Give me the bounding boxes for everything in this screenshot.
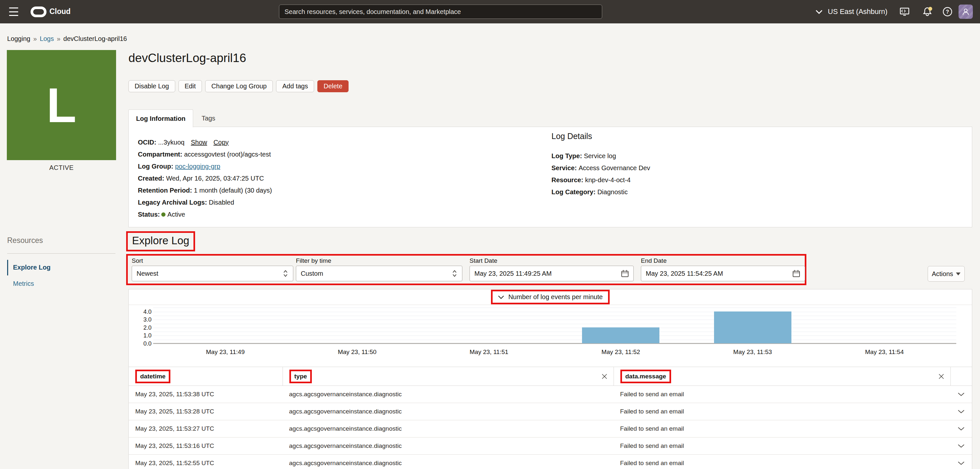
service-row: Service: Access Governance Dev — [552, 164, 650, 172]
chart-collapse-header: Number of log events per minute — [129, 289, 972, 305]
chevron-down-icon — [816, 10, 822, 14]
sidebar-item-explore-log[interactable]: Explore Log — [13, 264, 51, 271]
remove-column-icon[interactable] — [601, 373, 608, 380]
chart-title-toggle[interactable]: Number of log events per minute — [491, 290, 609, 304]
column-label: datetime — [135, 370, 170, 383]
brand-label: Cloud — [49, 7, 70, 16]
filter-by-time-select[interactable]: Custom — [296, 266, 462, 281]
compartment-row: Compartment: accessgovtest (root)/agcs-t… — [138, 151, 271, 158]
sort-select[interactable]: Newest — [132, 266, 293, 281]
oracle-logo-icon — [30, 6, 46, 17]
chart-gridline — [153, 336, 956, 336]
table-cell: Failed to send an email — [614, 420, 950, 437]
log-group-row: Log Group: poc-logging-grp — [138, 162, 220, 170]
chart-bar[interactable] — [582, 327, 659, 343]
tab-tags[interactable]: Tags — [192, 109, 224, 127]
table-row[interactable]: May 23, 2025, 11:53:27 UTCagcs.agcsgover… — [129, 420, 972, 437]
chart-gridline — [153, 340, 956, 340]
column-header-datetime: datetime — [129, 367, 283, 385]
table-body: May 23, 2025, 11:53:38 UTCagcs.agcsgover… — [129, 386, 972, 469]
caret-down-icon — [956, 273, 961, 276]
end-date-input[interactable]: May 23, 2025 11:54:25 AM — [641, 266, 805, 281]
log-events-table: datetimetypedata.message May 23, 2025, 1… — [129, 367, 972, 469]
log-entity-icon: L — [7, 50, 116, 160]
change-log-group-button[interactable]: Change Log Group — [205, 80, 273, 92]
column-label: data.message — [620, 370, 671, 383]
table-row[interactable]: May 23, 2025, 11:53:28 UTCagcs.agcsgover… — [129, 403, 972, 420]
user-avatar[interactable] — [959, 5, 973, 19]
ocid-copy-link[interactable]: Copy — [214, 139, 229, 146]
table-cell: Failed to send an email — [614, 403, 950, 420]
table-cell: agcs.agcsgovernanceinstance.diagnostic — [283, 403, 614, 420]
expand-row-chevron-icon[interactable] — [950, 420, 972, 437]
column-header-type: type — [283, 367, 614, 385]
breadcrumb-logs-link[interactable]: Logs — [40, 35, 54, 43]
cloud-shell-icon[interactable] — [899, 0, 910, 24]
x-tick-label: May 23, 11:49 — [189, 349, 261, 356]
disable-log-button[interactable]: Disable Log — [129, 80, 175, 92]
hamburger-menu-icon[interactable] — [9, 8, 18, 16]
explore-log-heading: Explore Log — [126, 231, 195, 251]
entity-status-label: ACTIVE — [7, 164, 116, 171]
global-search-input[interactable] — [279, 5, 602, 19]
breadcrumb: Logging » Logs » devClusterLog-april16 — [7, 35, 127, 43]
y-tick-label: 2.0 — [135, 325, 151, 331]
start-date-input[interactable]: May 23, 2025 11:49:25 AM — [469, 266, 634, 281]
table-row[interactable]: May 23, 2025, 11:53:16 UTCagcs.agcsgover… — [129, 437, 972, 455]
table-header-row: datetimetypedata.message — [129, 367, 972, 386]
table-cell: agcs.agcsgovernanceinstance.diagnostic — [283, 455, 614, 469]
table-cell: agcs.agcsgovernanceinstance.diagnostic — [283, 420, 614, 437]
log-category-row: Log Category: Diagnostic — [552, 188, 628, 196]
ocid-show-link[interactable]: Show — [191, 139, 207, 146]
expand-row-chevron-icon[interactable] — [950, 386, 972, 403]
updown-chevrons-icon — [283, 269, 288, 277]
breadcrumb-logging[interactable]: Logging — [7, 35, 30, 43]
retention-row: Retention Period: 1 month (default) (30 … — [138, 187, 272, 194]
region-selector[interactable]: US East (Ashburn) — [816, 0, 887, 24]
sidebar-item-metrics[interactable]: Metrics — [13, 280, 34, 287]
table-row[interactable]: May 23, 2025, 11:52:55 UTCagcs.agcsgover… — [129, 455, 972, 469]
y-tick-label: 1.0 — [135, 332, 151, 339]
expand-row-chevron-icon[interactable] — [950, 437, 972, 455]
x-tick-label: May 23, 11:51 — [453, 349, 525, 356]
top-bar: Cloud US East (Ashburn) ? — [0, 0, 980, 24]
person-icon — [961, 8, 970, 16]
table-cell: agcs.agcsgovernanceinstance.diagnostic — [283, 386, 614, 403]
expand-row-chevron-icon[interactable] — [950, 403, 972, 420]
page-title: devClusterLog-april16 — [129, 51, 246, 65]
notifications-bell-icon[interactable] — [922, 0, 933, 24]
remove-column-icon[interactable] — [938, 373, 945, 380]
start-date-label: Start Date — [469, 257, 498, 265]
y-tick-label: 0.0 — [135, 341, 151, 347]
table-row[interactable]: May 23, 2025, 11:53:38 UTCagcs.agcsgover… — [129, 386, 972, 403]
help-icon[interactable]: ? — [942, 0, 953, 24]
tab-log-information[interactable]: Log Information — [129, 109, 193, 127]
add-tags-button[interactable]: Add tags — [276, 80, 314, 92]
chart-bar[interactable] — [714, 312, 791, 343]
chart-gridline — [153, 320, 956, 320]
actions-dropdown-button[interactable]: Actions — [928, 266, 965, 282]
end-date-label: End Date — [641, 257, 667, 265]
table-cell: May 23, 2025, 11:53:28 UTC — [129, 403, 283, 420]
y-tick-label: 4.0 — [135, 309, 151, 315]
status-row: Status:Active — [138, 211, 185, 218]
resources-heading: Resources — [7, 236, 43, 245]
chart-gridline — [153, 324, 956, 324]
svg-text:?: ? — [946, 9, 949, 14]
table-cell: May 23, 2025, 11:52:55 UTC — [129, 455, 283, 469]
delete-button[interactable]: Delete — [317, 80, 348, 92]
chart-gridline — [153, 328, 956, 328]
calendar-icon — [792, 269, 800, 277]
active-nav-indicator — [7, 260, 8, 276]
column-header-data.message: data.message — [614, 367, 950, 385]
breadcrumb-current: devClusterLog-april16 — [64, 35, 127, 43]
edit-button[interactable]: Edit — [178, 80, 202, 92]
table-cell: May 23, 2025, 11:53:38 UTC — [129, 386, 283, 403]
log-group-link[interactable]: poc-logging-grp — [175, 163, 220, 170]
log-events-chart: 0.01.02.03.04.0 May 23, 11:49May 23, 11:… — [129, 305, 972, 366]
filter-bar: Sort Newest Filter by time Custom Start … — [126, 254, 807, 285]
log-information-panel: OCID: ...3ykuoq Show Copy Compartment: a… — [129, 127, 972, 227]
table-cell: May 23, 2025, 11:53:27 UTC — [129, 420, 283, 437]
chevron-down-icon — [498, 295, 504, 299]
expand-row-chevron-icon[interactable] — [950, 455, 972, 469]
